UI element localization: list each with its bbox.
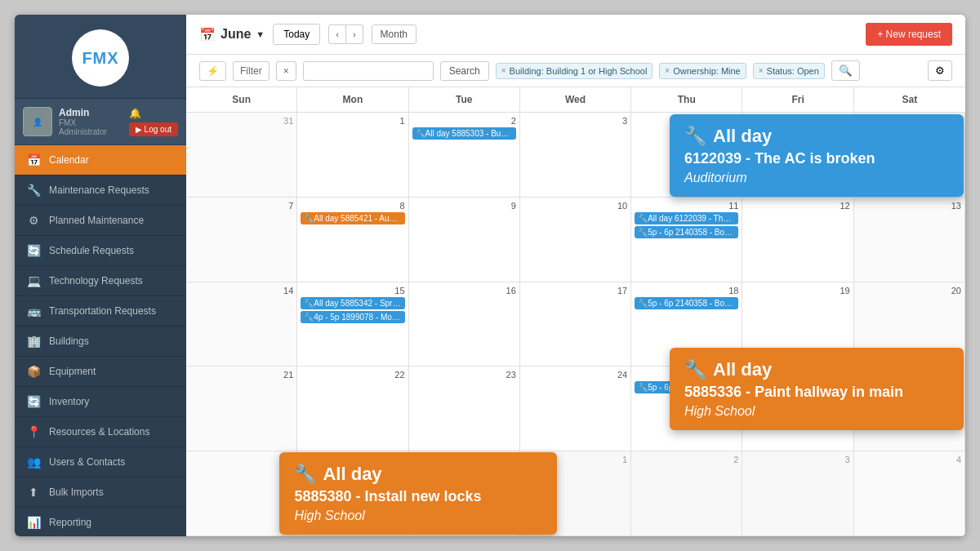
logo-text: FMX — [82, 49, 118, 68]
cal-date: 9 — [412, 201, 516, 211]
building-tag-label: Building: Building 1 or High School — [510, 66, 648, 76]
sidebar-label-reporting: Reporting — [49, 517, 91, 528]
sidebar-item-bulk[interactable]: ⬆Bulk Imports — [15, 478, 186, 508]
cal-cell-5-6[interactable]: 3 — [742, 451, 853, 536]
cal-cell-3-1[interactable]: 14 — [186, 282, 297, 367]
cal-cell-4-2[interactable]: 22 — [297, 367, 408, 451]
cal-cell-3-3[interactable]: 16 — [409, 282, 520, 367]
cal-cell-4-3[interactable]: 23 — [409, 367, 520, 451]
cal-event[interactable]: 🔧5p - 6p 2140358 - Boys basketball pract… — [635, 297, 738, 309]
cal-header-sat: Sat — [854, 87, 965, 112]
avatar: 👤 — [23, 107, 52, 136]
resources-icon: 📍 — [26, 425, 41, 438]
sidebar-item-planned[interactable]: ⚙Planned Maintenance — [15, 206, 186, 236]
logout-button[interactable]: ▶ Log out — [129, 122, 178, 136]
cal-event[interactable]: 🔧All day 5885303 - Bus oil needs changed… — [412, 127, 516, 140]
sidebar-item-maintenance[interactable]: 🔧Maintenance Requests — [15, 176, 186, 206]
cal-cell-3-4[interactable]: 17 — [520, 282, 631, 367]
tooltip-install-locks[interactable]: 🔧 All day 5885380 - Install new locks Hi… — [279, 452, 557, 535]
ownership-tag-x[interactable]: × — [665, 66, 670, 75]
filter-funnel-button[interactable]: ⚡ — [199, 61, 226, 81]
cal-date: 8 — [301, 201, 404, 211]
next-arrow[interactable]: › — [346, 24, 363, 44]
month-view-button[interactable]: Month — [372, 24, 416, 44]
cal-cell-2-2[interactable]: 8🔧All day 5885421 - Auditorium needs pai… — [297, 198, 408, 282]
month-label: June — [220, 27, 251, 42]
sidebar-label-buildings: Buildings — [49, 335, 89, 347]
status-tag-label: Status: Open — [767, 66, 819, 76]
tooltip-locks-location: High School — [294, 509, 542, 523]
cal-date: 21 — [189, 370, 293, 380]
cal-event[interactable]: 🔧All day 5885421 - Auditorium needs pain… — [301, 212, 404, 224]
new-request-button[interactable]: + New request — [866, 23, 952, 46]
transportation-icon: 🚌 — [26, 304, 41, 318]
search-input[interactable] — [303, 61, 434, 81]
sidebar-item-technology[interactable]: 💻Technology Requests — [15, 266, 186, 296]
search-button[interactable]: Search — [440, 61, 489, 81]
sidebar-item-users[interactable]: 👥Users & Contacts — [15, 447, 186, 478]
zoom-button[interactable]: 🔍 — [831, 60, 860, 81]
wrench-ev-icon: 🔧 — [638, 214, 648, 223]
sidebar-label-users: Users & Contacts — [49, 456, 125, 468]
sidebar-item-transportation[interactable]: 🚌Transportation Requests — [15, 296, 186, 327]
cal-date: 23 — [412, 370, 516, 380]
cal-cell-2-6[interactable]: 12 — [742, 198, 853, 282]
cal-cell-2-4[interactable]: 10 — [520, 198, 631, 282]
clear-filter-button[interactable]: × — [276, 61, 296, 81]
cal-cell-1-4[interactable]: 3 — [520, 113, 631, 198]
status-filter-tag: × Status: Open — [753, 63, 825, 79]
cal-cell-2-7[interactable]: 13 — [854, 198, 965, 282]
cal-cell-1-1[interactable]: 31 — [186, 113, 297, 198]
sidebar-item-buildings[interactable]: 🏢Buildings — [15, 327, 186, 357]
inventory-icon: 🔄 — [26, 395, 41, 408]
cal-cell-2-1[interactable]: 7 — [186, 198, 297, 282]
sidebar-item-calendar[interactable]: 📅Calendar — [15, 145, 186, 176]
cal-date: 15 — [301, 286, 404, 295]
cal-cell-4-1[interactable]: 21 — [186, 367, 297, 451]
tooltip-location: Auditorium — [684, 171, 949, 185]
wrench-ev-icon: 🔧 — [638, 383, 648, 392]
status-tag-x[interactable]: × — [759, 66, 764, 75]
topbar: 📅 June ▼ Today ‹ › Month + New request — [186, 15, 965, 55]
cal-date: 24 — [523, 370, 627, 380]
cal-date: 16 — [412, 286, 516, 295]
building-filter-tag: × Building: Building 1 or High School — [496, 63, 653, 79]
today-button[interactable]: Today — [273, 24, 320, 45]
wrench-icon3: 🔧 — [294, 464, 316, 485]
nav-list: 📅Calendar🔧Maintenance Requests⚙Planned M… — [15, 145, 186, 536]
cal-cell-5-7[interactable]: 4 — [854, 451, 965, 536]
cal-cell-3-2[interactable]: 15🔧All day 5885342 - Spray for bugs High… — [297, 282, 408, 367]
prev-arrow[interactable]: ‹ — [328, 24, 346, 44]
tooltip-paint-hallway[interactable]: 🔧 All day 5885336 - Paint hallway in mai… — [670, 348, 964, 430]
sidebar-item-schedule[interactable]: 🔄Schedule Requests — [15, 236, 186, 266]
cal-event[interactable]: 🔧All day 5885342 - Spray for bugs High S… — [301, 297, 404, 309]
cal-event[interactable]: 🔧4p - 5p 1899078 - Monthly Staff Meeting… — [301, 311, 404, 323]
cal-event[interactable]: 🔧5p - 6p 2140358 - Boys basketball pract… — [635, 226, 738, 238]
cal-event[interactable]: 🔧All day 6122039 - The AC is broken Buil… — [635, 212, 738, 224]
cal-cell-4-4[interactable]: 24 — [520, 367, 631, 451]
sidebar-item-equipment[interactable]: 📦Equipment — [15, 357, 186, 387]
cal-cell-1-2[interactable]: 1 — [297, 113, 408, 198]
sidebar-item-inventory[interactable]: 🔄Inventory — [15, 387, 186, 417]
tooltip-ac-broken[interactable]: 🔧 All day 6122039 - The AC is broken Aud… — [670, 114, 964, 197]
sidebar-item-resources[interactable]: 📍Resources & Locations — [15, 417, 186, 447]
settings-button[interactable]: ⚙ — [928, 60, 952, 81]
cal-date: 3 — [523, 116, 627, 126]
bell-icon[interactable]: 🔔 — [129, 108, 141, 119]
filter-label-button[interactable]: Filter — [233, 61, 270, 81]
cal-cell-2-3[interactable]: 9 — [409, 198, 520, 282]
cal-cell-5-5[interactable]: 2 — [631, 451, 742, 536]
sidebar-label-calendar: Calendar — [49, 154, 89, 166]
building-tag-x[interactable]: × — [501, 66, 506, 75]
tooltip-allday-label: 🔧 All day — [684, 126, 949, 147]
dropdown-arrow-icon[interactable]: ▼ — [256, 29, 265, 39]
cal-date: 14 — [189, 286, 293, 295]
cal-date: 31 — [189, 116, 293, 126]
sidebar-label-equipment: Equipment — [49, 366, 96, 377]
sidebar-item-reporting[interactable]: 📊Reporting — [15, 508, 186, 536]
filter-bar: ⚡ Filter × Search × Building: Building 1… — [186, 55, 965, 87]
cal-cell-2-5[interactable]: 11🔧All day 6122039 - The AC is broken Bu… — [631, 198, 742, 282]
cal-cell-1-3[interactable]: 2🔧All day 5885303 - Bus oil needs change… — [409, 113, 520, 198]
wrench-icon: 🔧 — [684, 126, 706, 147]
cal-header-tue: Tue — [409, 87, 520, 112]
